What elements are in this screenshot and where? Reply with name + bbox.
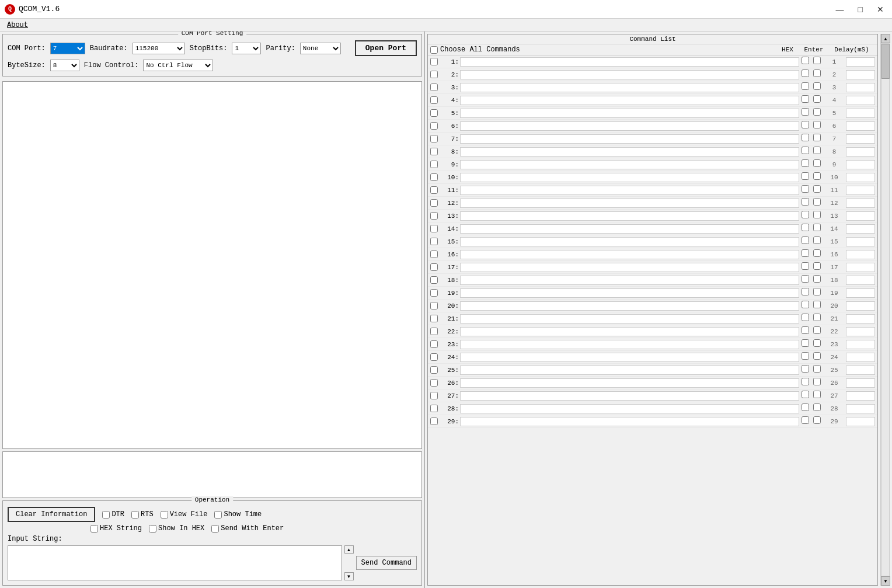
rts-checkbox-label[interactable]: RTS [131, 510, 154, 519]
row-text-input-28[interactable] [460, 417, 799, 426]
show-time-checkbox-label[interactable]: Show Time [214, 510, 262, 519]
row-text-input-18[interactable] [460, 288, 799, 298]
row-delay-field-20[interactable] [846, 314, 875, 323]
row-text-input-4[interactable] [460, 109, 799, 118]
view-file-checkbox-label[interactable]: View File [161, 510, 208, 519]
row-text-input-1[interactable] [460, 70, 799, 79]
row-checkbox-21[interactable] [430, 328, 438, 335]
row-checkbox-14[interactable] [430, 238, 438, 245]
row-checkbox-10[interactable] [430, 186, 438, 194]
row-text-input-20[interactable] [460, 314, 799, 323]
row-delay-field-6[interactable] [846, 134, 875, 144]
row-delay-field-16[interactable] [846, 263, 875, 272]
row-delay-field-7[interactable] [846, 147, 875, 156]
row-delay-field-18[interactable] [846, 288, 875, 298]
scroll-thumb[interactable] [881, 44, 890, 79]
row-text-input-16[interactable] [460, 263, 799, 272]
row-text-input-6[interactable] [460, 134, 799, 144]
row-text-input-10[interactable] [460, 186, 799, 195]
row-text-input-0[interactable] [460, 57, 799, 67]
scroll-up-button[interactable]: ▲ [344, 545, 354, 554]
row-delay-field-5[interactable] [846, 121, 875, 131]
output-area[interactable] [2, 81, 422, 449]
row-checkbox-8[interactable] [430, 161, 438, 168]
row-delay-field-23[interactable] [846, 353, 875, 362]
row-delay-field-14[interactable] [846, 237, 875, 246]
row-checkbox-11[interactable] [430, 199, 438, 207]
row-delay-field-26[interactable] [846, 391, 875, 401]
rts-checkbox[interactable] [131, 511, 139, 519]
scroll-down-track-button[interactable]: ▼ [881, 576, 890, 586]
row-delay-field-2[interactable] [846, 83, 875, 92]
row-delay-field-27[interactable] [846, 404, 875, 413]
row-delay-field-15[interactable] [846, 250, 875, 259]
row-delay-field-1[interactable] [846, 70, 875, 79]
row-delay-field-13[interactable] [846, 224, 875, 234]
row-checkbox-16[interactable] [430, 263, 438, 271]
scroll-down-button[interactable]: ▼ [344, 572, 354, 580]
row-delay-field-19[interactable] [846, 301, 875, 311]
row-checkbox-26[interactable] [430, 392, 438, 399]
row-text-input-27[interactable] [460, 404, 799, 413]
hex-string-checkbox-label[interactable]: HEX String [90, 524, 142, 533]
input-area[interactable] [2, 451, 422, 498]
row-checkbox-19[interactable] [430, 302, 438, 309]
row-delay-field-25[interactable] [846, 378, 875, 388]
show-in-hex-checkbox-label[interactable]: Show In HEX [149, 524, 204, 533]
row-delay-field-17[interactable] [846, 276, 875, 285]
row-text-input-21[interactable] [460, 327, 799, 336]
stopbits-select[interactable]: 1 1.52 [232, 43, 261, 54]
row-delay-field-4[interactable] [846, 109, 875, 118]
row-checkbox-17[interactable] [430, 276, 438, 284]
row-checkbox-20[interactable] [430, 315, 438, 322]
row-delay-field-8[interactable] [846, 160, 875, 169]
send-command-button[interactable]: Send Command [356, 556, 417, 570]
row-text-input-22[interactable] [460, 340, 799, 349]
flow-control-select[interactable]: No Ctrl Flow Xon/XoffRTS/CTSDSR/DTR [143, 60, 213, 71]
row-text-input-12[interactable] [460, 211, 799, 221]
row-checkbox-24[interactable] [430, 366, 438, 374]
send-with-enter-checkbox-label[interactable]: Send With Enter [211, 524, 284, 533]
row-text-input-26[interactable] [460, 391, 799, 401]
view-file-checkbox[interactable] [161, 511, 168, 519]
row-checkbox-23[interactable] [430, 353, 438, 361]
row-checkbox-6[interactable] [430, 135, 438, 142]
scroll-track[interactable] [881, 43, 890, 576]
com-port-select[interactable]: 7 [50, 43, 85, 54]
row-text-input-5[interactable] [460, 121, 799, 131]
row-checkbox-13[interactable] [430, 225, 438, 232]
scroll-up-track-button[interactable]: ▲ [881, 34, 890, 43]
row-checkbox-22[interactable] [430, 340, 438, 348]
dtr-checkbox[interactable] [102, 511, 110, 519]
row-checkbox-4[interactable] [430, 109, 438, 117]
row-checkbox-25[interactable] [430, 379, 438, 387]
row-delay-field-11[interactable] [846, 199, 875, 208]
row-text-input-2[interactable] [460, 83, 799, 92]
show-time-checkbox[interactable] [214, 511, 222, 519]
row-delay-field-24[interactable] [846, 366, 875, 375]
row-checkbox-2[interactable] [430, 83, 438, 91]
minimize-button[interactable]: — [832, 4, 848, 15]
clear-information-button[interactable]: Clear Information [8, 507, 95, 522]
row-checkbox-28[interactable] [430, 417, 438, 425]
row-delay-field-9[interactable] [846, 173, 875, 182]
open-port-button[interactable]: Open Port [355, 40, 417, 56]
choose-all-checkbox[interactable] [430, 46, 438, 54]
row-text-input-3[interactable] [460, 96, 799, 105]
row-text-input-19[interactable] [460, 301, 799, 311]
baudrate-select[interactable]: 115200 9600192003840057600 2304004608009… [133, 43, 185, 54]
row-text-input-9[interactable] [460, 173, 799, 182]
dtr-checkbox-label[interactable]: DTR [102, 510, 124, 519]
row-text-input-25[interactable] [460, 378, 799, 388]
row-checkbox-18[interactable] [430, 289, 438, 297]
input-string-field[interactable] [8, 545, 342, 580]
row-checkbox-12[interactable] [430, 212, 438, 220]
row-checkbox-5[interactable] [430, 122, 438, 130]
row-text-input-13[interactable] [460, 224, 799, 234]
row-text-input-15[interactable] [460, 250, 799, 259]
row-delay-field-28[interactable] [846, 417, 875, 426]
row-checkbox-7[interactable] [430, 148, 438, 155]
row-checkbox-1[interactable] [430, 71, 438, 78]
row-delay-field-0[interactable] [846, 57, 875, 67]
row-delay-field-22[interactable] [846, 340, 875, 349]
